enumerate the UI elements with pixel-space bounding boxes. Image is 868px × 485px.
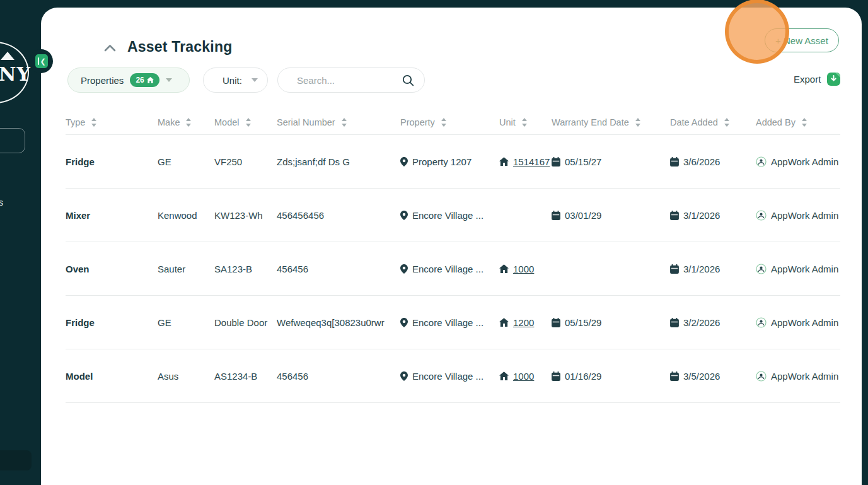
calendar-icon [670, 157, 679, 167]
table-row[interactable]: Fridge GE VF250 Zds;jsanf;df Ds G Proper… [66, 135, 840, 189]
cell-warranty-end-date: 05/15/29 [552, 317, 670, 328]
column-header-added-by[interactable]: Added By [756, 117, 840, 127]
location-pin-icon [400, 211, 408, 220]
cell-model: SA123-B [214, 264, 277, 274]
search-input[interactable] [297, 68, 404, 92]
cell-date-added: 3/5/2026 [670, 371, 756, 382]
column-header-serial-number[interactable]: Serial Number [277, 117, 400, 127]
unit-link[interactable]: 1200 [513, 317, 534, 328]
unit-link[interactable]: 1000 [513, 264, 534, 274]
cell-type: Model [66, 371, 158, 382]
export-label: Export [794, 74, 821, 85]
user-circle-icon [756, 371, 767, 382]
house-icon [147, 77, 154, 83]
user-circle-icon [756, 210, 767, 221]
cell-property: Encore Village ... [400, 264, 499, 274]
cell-make: Sauter [158, 264, 214, 274]
column-header-label: Date Added [670, 117, 718, 127]
cell-date-added: 3/2/2026 [670, 317, 756, 328]
sort-icon[interactable] [724, 118, 729, 127]
cell-warranty-end-date: 01/16/29 [552, 371, 670, 382]
cell-make: Kenwood [158, 210, 214, 221]
house-icon [499, 318, 509, 327]
sort-icon[interactable] [246, 118, 251, 127]
column-header-model[interactable]: Model [214, 117, 277, 127]
column-header-date-added[interactable]: Date Added [670, 117, 756, 127]
table-row[interactable]: Oven Sauter SA123-B 456456 Encore Villag… [66, 242, 840, 296]
calendar-icon [670, 264, 679, 274]
user-circle-icon [756, 317, 767, 328]
location-pin-icon [400, 318, 408, 327]
cell-added-by: AppWork Admin [756, 317, 840, 328]
column-header-label: Serial Number [277, 117, 335, 127]
properties-count-badge: 26 [130, 73, 159, 87]
cell-make: Asus [158, 371, 214, 382]
user-circle-icon [756, 156, 767, 167]
sort-icon[interactable] [441, 118, 446, 127]
cell-warranty-end-date: 03/01/29 [552, 210, 670, 221]
cell-date-added: 3/6/2026 [670, 156, 756, 167]
table-row[interactable]: Fridge GE Double Door Wefweqeq3q[30823u0… [66, 296, 840, 349]
magnifier-icon[interactable] [402, 74, 414, 89]
cell-serial: Wefweqeq3q[30823u0rwr [277, 317, 400, 328]
properties-filter-label: Properties [81, 75, 124, 86]
unit-filter-dropdown[interactable]: Unit: [203, 67, 268, 93]
sort-icon[interactable] [522, 118, 527, 127]
chevron-left-icon: ❮ [40, 58, 45, 65]
cell-type: Oven [66, 264, 158, 274]
calendar-icon [552, 157, 560, 167]
cell-unit: 1200 [499, 317, 552, 328]
sidebar-collapse-button[interactable]: ❮ [35, 54, 48, 68]
cell-serial: Zds;jsanf;df Ds G [277, 156, 400, 167]
cell-unit: 1000 [499, 371, 552, 382]
sidebar-bottom-item[interactable] [0, 450, 32, 470]
unit-link[interactable]: 1514167 [513, 156, 550, 167]
table-header-row: TypeMakeModelSerial NumberPropertyUnitWa… [66, 110, 840, 135]
cell-added-by: AppWork Admin [756, 210, 840, 221]
column-header-label: Property [400, 117, 435, 127]
cell-make: GE [158, 156, 214, 167]
column-header-property[interactable]: Property [400, 117, 499, 127]
cell-property: Encore Village ... [400, 317, 499, 328]
column-header-type[interactable]: Type [66, 117, 158, 127]
sort-icon[interactable] [342, 118, 347, 127]
export-button[interactable]: Export [794, 73, 840, 86]
cell-date-added: 3/1/2026 [670, 264, 756, 274]
calendar-icon [670, 318, 679, 327]
cell-serial: 456456456 [277, 210, 400, 221]
chevron-down-icon [252, 78, 258, 82]
column-header-unit[interactable]: Unit [499, 117, 552, 127]
column-header-warranty-end-date[interactable]: Warranty End Date [552, 117, 670, 127]
sort-icon[interactable] [186, 118, 191, 127]
table-row[interactable]: Model Asus AS1234-B 456456 Encore Villag… [66, 349, 840, 403]
sort-icon[interactable] [91, 118, 96, 127]
asset-tracking-panel: Asset Tracking Properties 26 Unit: + New… [41, 8, 862, 485]
table-row[interactable]: Mixer Kenwood KW123-Wh 456456456 Encore … [66, 189, 840, 242]
cell-added-by: AppWork Admin [756, 371, 840, 382]
cell-date-added: 3/1/2026 [670, 210, 756, 221]
house-icon [499, 371, 509, 380]
column-header-label: Added By [756, 117, 796, 127]
sidebar-label-fragment: s [0, 197, 3, 207]
properties-filter-dropdown[interactable]: Properties 26 [67, 67, 190, 93]
cell-serial: 456456 [277, 371, 400, 382]
cell-property: Property 1207 [400, 156, 499, 167]
column-header-make[interactable]: Make [158, 117, 214, 127]
cell-property: Encore Village ... [400, 371, 499, 382]
cell-added-by: AppWork Admin [756, 264, 840, 274]
sidebar-input-fragment [0, 128, 25, 153]
calendar-icon [670, 371, 679, 381]
cell-unit: 1514167 [499, 156, 552, 167]
sort-icon[interactable] [802, 118, 807, 127]
unit-link[interactable]: 1000 [513, 371, 534, 382]
calendar-icon [552, 318, 560, 327]
location-pin-icon [400, 157, 408, 167]
page-title: Asset Tracking [127, 38, 232, 56]
cell-model: Double Door [214, 317, 277, 328]
sort-icon[interactable] [635, 118, 640, 127]
column-header-label: Warranty End Date [552, 117, 629, 127]
new-asset-button[interactable]: + New Asset [765, 28, 839, 52]
calendar-icon [670, 211, 679, 220]
cell-type: Fridge [66, 317, 158, 328]
chevron-up-icon[interactable] [104, 43, 116, 54]
